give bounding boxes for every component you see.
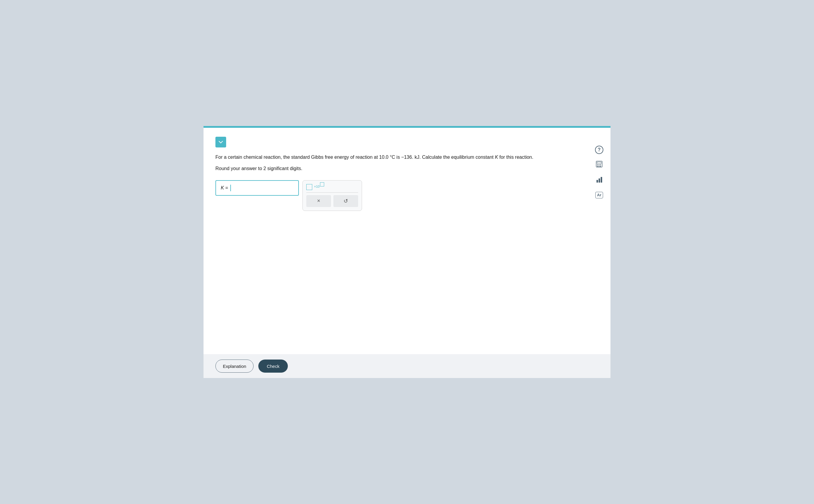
- svg-rect-1: [597, 162, 601, 164]
- ar-icon[interactable]: Ar: [594, 190, 605, 200]
- svg-rect-6: [599, 166, 599, 167]
- notation-top: ×10: [306, 184, 358, 190]
- answer-cursor: [230, 185, 231, 191]
- answer-label: K =: [221, 185, 228, 191]
- right-sidebar: ?: [594, 146, 605, 200]
- clear-notation-button[interactable]: ×: [306, 195, 331, 207]
- question-text: For a certain chemical reaction, the sta…: [215, 153, 599, 161]
- check-button[interactable]: Check: [258, 360, 288, 373]
- collapse-button[interactable]: [215, 137, 226, 147]
- svg-rect-4: [600, 164, 601, 165]
- content-area: For a certain chemical reaction, the sta…: [203, 128, 611, 354]
- notation-sup-box[interactable]: [320, 182, 324, 186]
- bottom-bar: Explanation Check: [203, 354, 611, 378]
- svg-rect-8: [596, 180, 598, 183]
- svg-rect-7: [600, 166, 601, 167]
- help-icon[interactable]: ?: [595, 146, 603, 154]
- round-text: Round your answer to 2 significant digit…: [215, 166, 599, 171]
- notation-x10-label: ×10: [314, 185, 320, 188]
- svg-rect-9: [599, 178, 600, 183]
- notation-base-box[interactable]: [306, 184, 312, 190]
- svg-rect-2: [597, 164, 598, 165]
- calculator-icon[interactable]: [594, 159, 605, 169]
- svg-rect-5: [597, 166, 598, 167]
- main-container: For a certain chemical reaction, the sta…: [203, 126, 611, 378]
- answer-row: K = ×10 × ↺: [215, 180, 599, 211]
- explanation-button[interactable]: Explanation: [215, 360, 254, 373]
- reset-notation-button[interactable]: ↺: [333, 195, 358, 207]
- chart-icon[interactable]: [594, 174, 605, 185]
- notation-buttons: × ↺: [306, 192, 358, 207]
- answer-box[interactable]: K =: [215, 180, 299, 196]
- svg-rect-3: [599, 164, 599, 165]
- svg-rect-10: [601, 177, 602, 183]
- notation-panel: ×10 × ↺: [302, 180, 362, 211]
